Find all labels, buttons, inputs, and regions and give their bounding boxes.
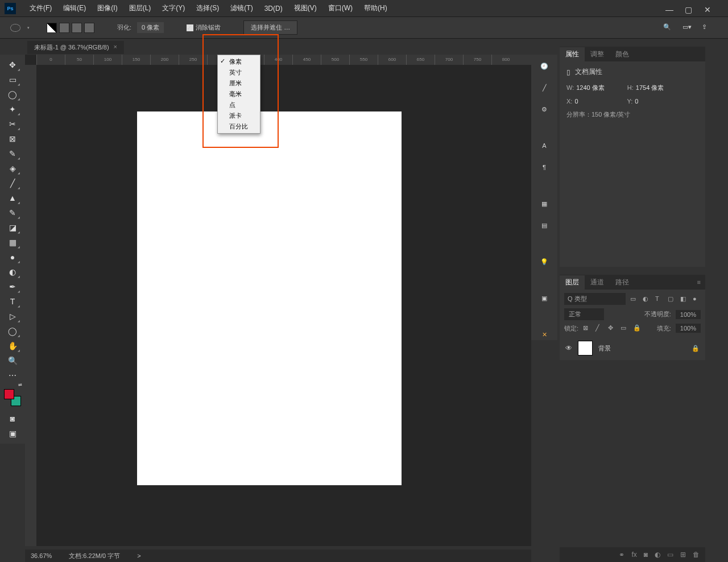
menu-help[interactable]: 帮助(H) xyxy=(358,3,393,13)
eraser-tool[interactable]: ◪◢ xyxy=(5,221,20,234)
share-icon[interactable]: ⇪ xyxy=(702,23,711,32)
zoom-tool[interactable]: 🔍 xyxy=(5,354,20,367)
frame-tool[interactable]: ⊠ xyxy=(5,132,20,146)
menu-view[interactable]: 视图(V) xyxy=(288,3,322,13)
brush-panel-icon[interactable]: ╱ xyxy=(539,82,550,93)
menu-filter[interactable]: 滤镜(T) xyxy=(225,3,258,13)
menu-edit[interactable]: 编辑(E) xyxy=(57,3,92,13)
document-close-icon[interactable]: × xyxy=(114,43,117,52)
path-select-tool[interactable]: ▷◢ xyxy=(5,309,20,323)
dodge-tool[interactable]: ◐◢ xyxy=(5,265,20,279)
color-swatches[interactable]: ⇄ xyxy=(4,389,21,406)
adjustment-layer-icon[interactable]: ◐ xyxy=(655,551,660,559)
canvas[interactable] xyxy=(137,111,402,485)
menu-file[interactable]: 文件(F) xyxy=(24,3,57,13)
tab-layers[interactable]: 图层 xyxy=(560,275,585,290)
crop-tool[interactable]: ✂◢ xyxy=(5,117,20,131)
unit-percent[interactable]: 百分比 xyxy=(218,121,260,132)
new-layer-icon[interactable]: ⊞ xyxy=(680,551,686,559)
menu-type[interactable]: 文字(Y) xyxy=(156,3,191,13)
opacity-input[interactable]: 100% xyxy=(676,310,701,319)
selection-add-icon[interactable] xyxy=(59,23,69,33)
unit-mm[interactable]: 毫米 xyxy=(218,89,260,100)
y-value[interactable]: 0 xyxy=(635,98,638,105)
close-dock-icon[interactable]: ✕ xyxy=(539,329,550,340)
search-icon[interactable]: 🔍 xyxy=(663,23,672,32)
selection-new-icon[interactable] xyxy=(47,23,57,33)
selection-subtract-icon[interactable] xyxy=(72,23,82,33)
x-value[interactable]: 0 xyxy=(574,98,578,105)
blur-tool[interactable]: ●◢ xyxy=(5,250,20,264)
filter-image-icon[interactable]: ▭ xyxy=(630,295,638,303)
blend-mode-select[interactable]: 正常 xyxy=(564,308,604,320)
brush-tool[interactable]: ╱◢ xyxy=(5,176,20,190)
layer-name[interactable]: 背景 xyxy=(598,344,611,353)
panel-menu-icon[interactable]: ≡ xyxy=(697,279,705,286)
feather-input[interactable]: 0 像素 xyxy=(137,22,164,33)
wand-tool[interactable]: ✦◢ xyxy=(5,102,20,116)
lasso-tool[interactable]: ◯◢ xyxy=(5,88,20,101)
filter-smart-icon[interactable]: ◧ xyxy=(680,295,688,303)
filter-toggle-icon[interactable]: ● xyxy=(693,295,701,303)
link-layers-icon[interactable]: ⚭ xyxy=(619,551,624,559)
visibility-icon[interactable]: 👁 xyxy=(565,344,572,352)
more-tools[interactable]: ⋯ xyxy=(5,369,20,382)
type-tool[interactable]: T◢ xyxy=(5,295,20,308)
history-icon[interactable]: 🕘 xyxy=(539,60,550,72)
tab-paths[interactable]: 路径 xyxy=(610,275,635,290)
unit-pixels[interactable]: 像素 xyxy=(218,56,260,67)
swap-colors-icon[interactable]: ⇄ xyxy=(18,382,22,387)
hand-tool[interactable]: ✋◢ xyxy=(5,339,20,353)
lock-artboard-icon[interactable]: ▭ xyxy=(621,324,628,332)
layer-lock-icon[interactable]: 🔒 xyxy=(692,345,700,352)
tab-color[interactable]: 颜色 xyxy=(610,47,635,61)
layer-item[interactable]: 👁 背景 🔒 xyxy=(560,336,705,360)
status-arrow[interactable]: > xyxy=(137,552,140,559)
tips-icon[interactable]: 💡 xyxy=(539,256,550,267)
tab-properties[interactable]: 属性 xyxy=(560,47,585,61)
unit-cm[interactable]: 厘米 xyxy=(218,78,260,89)
quickmask-tool[interactable]: ◙ xyxy=(5,412,20,425)
shape-tool[interactable]: ◯◢ xyxy=(5,324,20,338)
fill-input[interactable]: 100% xyxy=(676,324,701,333)
workspace-icon[interactable]: ▭▾ xyxy=(682,23,692,32)
selection-intersect-icon[interactable] xyxy=(84,23,94,33)
layer-filter[interactable]: Q 类型 xyxy=(564,293,626,305)
filter-shape-icon[interactable]: ▢ xyxy=(668,295,676,303)
doc-size[interactable]: 文档:6.22M/0 字节 xyxy=(69,552,120,560)
tab-channels[interactable]: 通道 xyxy=(585,275,610,290)
layer-style-icon[interactable]: fx xyxy=(631,551,636,559)
tab-adjustments[interactable]: 调整 xyxy=(585,47,610,61)
layer-thumbnail[interactable] xyxy=(578,341,593,356)
minimize-button[interactable]: — xyxy=(665,5,672,12)
unit-picas[interactable]: 派卡 xyxy=(218,110,260,121)
antialias-checkbox[interactable]: ✓ 消除锯齿 xyxy=(187,23,221,32)
resolution-value[interactable]: 分辨率：150 像素/英寸 xyxy=(566,110,630,119)
gradient-tool[interactable]: ▦◢ xyxy=(5,235,20,249)
adjustment-icon[interactable]: ⚙ xyxy=(539,104,550,115)
unit-inches[interactable]: 英寸 xyxy=(218,67,260,78)
zoom-level[interactable]: 36.67% xyxy=(31,552,52,559)
unit-points[interactable]: 点 xyxy=(218,100,260,110)
menu-3d[interactable]: 3D(D) xyxy=(259,5,288,13)
tool-dropdown-icon[interactable]: ▾ xyxy=(27,26,30,30)
maximize-button[interactable]: ▢ xyxy=(685,5,692,12)
history-brush-tool[interactable]: ✎◢ xyxy=(5,206,20,220)
lock-pixels-icon[interactable]: ╱ xyxy=(595,324,603,332)
lasso-tool-icon[interactable] xyxy=(10,24,20,32)
pen-tool[interactable]: ✒◢ xyxy=(5,280,20,294)
swatches-icon[interactable]: ▦ xyxy=(539,198,550,209)
menu-window[interactable]: 窗口(W) xyxy=(322,3,358,13)
lock-position-icon[interactable]: ✥ xyxy=(608,324,616,332)
marquee-tool[interactable]: ▭◢ xyxy=(5,73,20,86)
select-and-mask-button[interactable]: 选择并遮住 … xyxy=(243,20,297,35)
lock-all-icon[interactable]: ⊠ xyxy=(583,324,591,332)
width-value[interactable]: 1240 像素 xyxy=(576,84,605,92)
menu-layer[interactable]: 图层(L) xyxy=(123,3,157,13)
eyedropper-tool[interactable]: ✎◢ xyxy=(5,147,20,160)
lock-icon[interactable]: 🔒 xyxy=(633,324,641,332)
close-button[interactable]: ✕ xyxy=(704,5,711,12)
document-tab[interactable]: 未标题-1 @ 36.7%(RGB/8) × xyxy=(27,41,124,54)
stamp-tool[interactable]: ▲◢ xyxy=(5,191,20,205)
paragraph-icon[interactable]: ¶ xyxy=(539,162,550,173)
